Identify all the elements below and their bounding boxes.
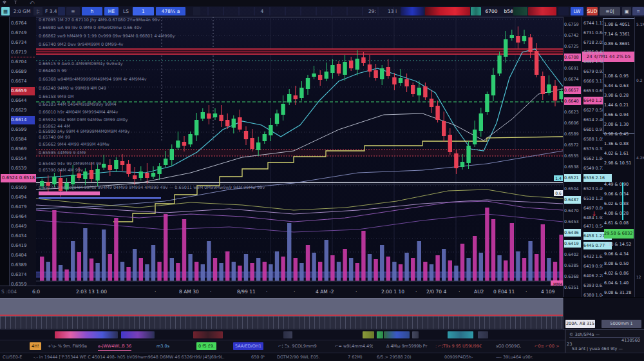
grid-layout-button[interactable]: ▦ — [1, 7, 10, 15]
chart-navigator[interactable] — [0, 298, 563, 317]
price-scale-row: 0.6385 — [564, 262, 581, 269]
far-right-scale: 5.1M0.24.2M12 — [634, 17, 644, 297]
indicator-chip[interactable] — [412, 331, 419, 338]
order-book-row[interactable]: 2.08 & 1.30 — [604, 121, 634, 128]
timeframe-button[interactable]: h — [82, 7, 102, 15]
volume-bar — [392, 262, 396, 281]
right-price-scale[interactable]: 0.67590.67420.67250.67080.66910.66740.66… — [563, 17, 582, 297]
order-book-row[interactable]: 6.04 & 1.40 — [604, 279, 634, 287]
time-axis-label: 2:03 13 1:00 — [76, 289, 107, 295]
time-axis[interactable]: S :0046:02:03 13 1:00·8 AM 30·8/99 11··4… — [0, 286, 563, 298]
edge-label: 12 — [636, 275, 641, 279]
status-badge[interactable]: 4H! — [30, 342, 41, 350]
order-book-row[interactable]: 4.08 & 0.28 — [604, 210, 634, 217]
price-button[interactable]: 478¼ a — [156, 7, 185, 15]
order-book-row[interactable]: 5.44 & 0.63 — [604, 82, 634, 90]
order-book-row[interactable]: 1.98 & 4051 — [604, 21, 634, 28]
level-annotation: 0.65924 994 99M 09M 94M9w 0M99 4M0y — [39, 117, 128, 122]
lw-button[interactable]: LW — [571, 7, 583, 15]
order-book-row[interactable]: 1.08 & 0.95 — [604, 72, 634, 80]
one-minute-button[interactable]: 1 — [133, 7, 154, 15]
order-book-row[interactable]: 4.02 & 1.61 — [604, 150, 634, 157]
red-meter-segment[interactable] — [425, 7, 470, 15]
undo-arrow-icon[interactable]: ⤺ — [30, 0, 34, 5]
indicator-chip[interactable] — [58, 7, 65, 15]
order-book-row[interactable]: 5.10 & 14.52 — [604, 240, 634, 248]
candle — [491, 75, 495, 95]
indicator-chip[interactable] — [363, 331, 374, 338]
candle — [250, 138, 254, 149]
order-book-row[interactable]: 29.58 & 6832 — [604, 229, 634, 239]
order-book-row[interactable]: 4.02 & 0.86 — [604, 269, 634, 277]
candle — [219, 115, 223, 121]
indicator-chip[interactable] — [384, 331, 410, 338]
indicator-chip[interactable] — [478, 331, 488, 338]
order-book-row[interactable]: 0.89 & 8691 — [604, 40, 634, 48]
indicator-chip[interactable] — [55, 331, 118, 338]
order-book-row[interactable]: 2.98 & 10.51 — [604, 159, 634, 167]
order-book-row[interactable]: 8.08 & 0.50 — [604, 260, 634, 268]
order-book-row[interactable]: 4.61 & 0.08 — [604, 219, 634, 227]
indicator-chip[interactable] — [193, 331, 223, 338]
spacer-chip[interactable] — [193, 7, 200, 15]
price-scale-row: 0.6599 — [11, 126, 35, 134]
order-book-row[interactable]: 3.98 & 0.28 — [604, 92, 634, 99]
price-chart-svg[interactable]: 0.67095 1M 27 0.67110 Jhy 4M9-0.67080 2Y… — [36, 17, 563, 286]
price-scale-row: 0.6644 — [11, 97, 35, 105]
red-meter-segment-2[interactable] — [528, 7, 556, 15]
time-axis-label: 2/0 70 4 — [426, 289, 446, 295]
panel-icon-chip[interactable]: ▣ — [622, 7, 631, 15]
indicator-chip[interactable] — [448, 331, 473, 338]
indicator-chip[interactable] — [377, 331, 383, 338]
order-book-row[interactable]: 9.06 & 4.34 — [604, 250, 634, 258]
candle — [263, 134, 267, 141]
text-tool-icon[interactable]: T — [14, 0, 17, 5]
he-button[interactable]: HE — [104, 7, 118, 15]
order-book-row[interactable]: 1.44 & 0.21 — [604, 101, 634, 109]
volume-bar — [71, 241, 75, 281]
order-book-row[interactable]: 1.36 & 0.88 — [604, 140, 634, 148]
candle — [368, 64, 372, 72]
order-book-row[interactable]: 7.14 & 3361 — [604, 30, 634, 38]
indicator-chips-row — [0, 329, 565, 340]
candle — [535, 51, 538, 75]
candle — [522, 36, 526, 41]
candlestick-chart[interactable]: 0.67095 1M 27 0.67110 Jhy 4M9-0.67080 2Y… — [36, 17, 563, 286]
list-chip[interactable]: ≡ — [66, 7, 80, 15]
account-summary-panel: © 3sh/5P4a — 4130560 23 S3 ant | yuua 46… — [565, 329, 644, 353]
settings-chip[interactable]: ≡0| — [600, 7, 620, 15]
candle — [114, 160, 118, 169]
blue-meter-segment[interactable] — [401, 7, 424, 15]
navy-chip[interactable] — [558, 7, 569, 15]
confirm-button[interactable]: 200A. AB 315 — [565, 320, 595, 328]
time-axis-label: · — [355, 289, 357, 295]
level-annotation: 0.66862 sw9 hM4M9 9 1.99 0v999 09w 994M … — [39, 34, 175, 39]
sud-button[interactable]: SUD — [587, 7, 598, 15]
order-book-row[interactable]: 4.49 & 0.90 — [604, 180, 634, 188]
divider-chip[interactable]: ¦: — [33, 7, 43, 15]
candle — [442, 121, 446, 136]
indicator-chip[interactable] — [283, 331, 292, 338]
order-book-row[interactable]: 9.06 & 0.34 — [604, 190, 634, 198]
indicator-chip[interactable] — [121, 331, 155, 338]
price-scale-row: 0.6734 — [11, 39, 35, 47]
trading-terminal-window: ✻T⤺ ▦2:0 GM¦:F 3.4≡hHELS1478¼ a429:13 i6… — [0, 0, 644, 361]
green-meter-segment[interactable] — [513, 7, 527, 15]
secondary-button[interactable]: 5000mm 1 — [601, 320, 641, 328]
candle — [528, 37, 532, 52]
status-badge[interactable]: 5AA/ED/OH1 — [233, 342, 263, 350]
grid-button[interactable]: ⌗ — [632, 7, 644, 15]
status-badge[interactable]: 0 f5 £9. — [196, 342, 216, 350]
candle — [102, 164, 106, 168]
candle — [448, 135, 452, 152]
order-book-row[interactable]: 0.98 & 0.45 — [604, 130, 634, 138]
price-scale-row: 0.6584 — [11, 135, 35, 144]
candle — [95, 169, 99, 180]
app-logo-icon[interactable]: ✻ — [3, 0, 6, 5]
order-book-row[interactable]: 6.02 & 0.88 — [604, 200, 634, 208]
order-book-row[interactable]: 4.66 & 0.94 — [604, 111, 634, 119]
order-book-row[interactable]: 9.08 & 31.28 — [604, 289, 634, 297]
teal-meter-segment[interactable] — [471, 7, 481, 15]
left-price-scale[interactable]: 0.67640.67490.67340.67190.67040.66890.66… — [9, 17, 37, 297]
main-toolbar: ▦2:0 GM¦:F 3.4≡hHELS1478¼ a429:13 i6700b… — [0, 6, 644, 17]
